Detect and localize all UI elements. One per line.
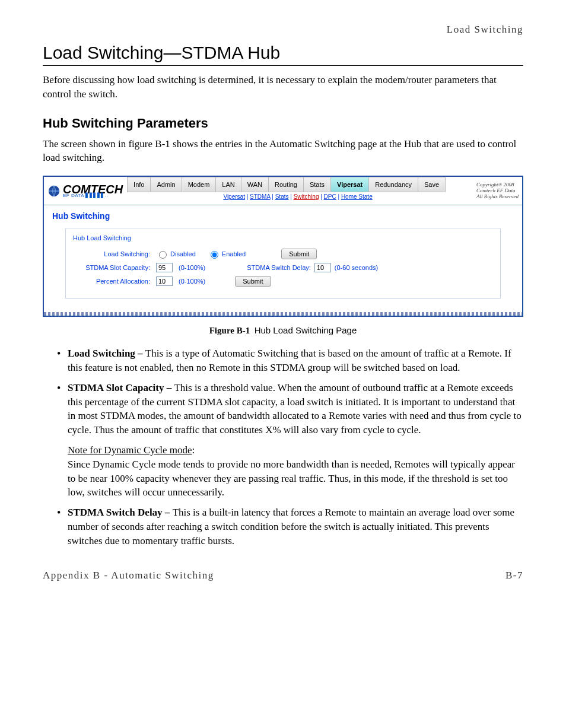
footer-right: B-7 [505, 570, 523, 581]
logo: COMTECH EF DATA ▋▋▋▋▋.. [44, 182, 128, 199]
bullet-term: Load Switching – [68, 348, 145, 359]
globe-icon [47, 185, 61, 198]
fieldset-legend: Hub Load Switching [71, 234, 133, 241]
subnav-switching[interactable]: Switching [294, 193, 319, 200]
hub-load-switching-fieldset: Hub Load Switching Load Switching: Disab… [65, 228, 501, 299]
copyright-text: Copyright® 2008 Comtech EF Data All Righ… [476, 182, 519, 200]
embedded-screenshot: COMTECH EF DATA ▋▋▋▋▋.. Info Admin Modem… [43, 176, 523, 317]
percent-allocation-range: (0-100%) [179, 278, 205, 285]
figure-ref: Figure B-1 [209, 326, 250, 335]
percent-allocation-input[interactable] [156, 276, 173, 286]
radio-disabled-label: Disabled [170, 250, 196, 257]
tab-info[interactable]: Info [127, 177, 151, 192]
submit-button-2[interactable]: Submit [235, 276, 271, 287]
torn-edge-decoration [44, 312, 522, 316]
tab-bar: Info Admin Modem LAN WAN Routing Stats V… [128, 177, 468, 192]
subnote-body: Since Dynamic Cycle mode tends to provid… [68, 459, 515, 498]
subnote-title: Note for Dynamic Cycle mode [68, 444, 192, 456]
tab-redundancy[interactable]: Redundancy [368, 177, 418, 192]
tab-admin[interactable]: Admin [150, 177, 182, 192]
switch-delay-input[interactable] [314, 263, 331, 272]
tab-wan[interactable]: WAN [241, 177, 269, 192]
figure-name: Hub Load Switching Page [255, 325, 357, 335]
tab-routing[interactable]: Routing [268, 177, 304, 192]
submit-button-1[interactable]: Submit [281, 249, 317, 259]
slot-capacity-range: (0-100%) [179, 264, 205, 271]
radio-disabled[interactable] [159, 251, 167, 259]
intro-paragraph: Before discussing how load switching is … [43, 73, 523, 101]
bullet-slot-capacity: STDMA Slot Capacity – This is a threshol… [57, 381, 523, 500]
load-switching-label: Load Switching: [73, 250, 150, 257]
figure-caption: Figure B-1 Hub Load Switching Page [43, 325, 523, 336]
bullet-term: STDMA Slot Capacity – [68, 382, 174, 393]
load-switching-disabled-radio[interactable]: Disabled [156, 249, 196, 259]
tab-vipersat[interactable]: Vipersat [330, 177, 369, 192]
percent-allocation-label: Percent Allocation: [73, 278, 150, 285]
tab-lan[interactable]: LAN [215, 177, 241, 192]
load-switching-enabled-radio[interactable]: Enabled [208, 249, 246, 259]
subnav-stats[interactable]: Stats [275, 193, 289, 200]
section-title: Hub Switching Parameters [43, 116, 523, 131]
subnote-colon: : [192, 444, 195, 456]
tab-stats[interactable]: Stats [303, 177, 331, 192]
page-title: Load Switching—STDMA Hub [43, 43, 523, 66]
tab-save[interactable]: Save [418, 177, 446, 192]
tab-modem[interactable]: Modem [182, 177, 217, 192]
running-title: Load Switching [43, 24, 523, 36]
footer-left: Appendix B - Automatic Switching [43, 570, 214, 581]
radio-enabled[interactable] [211, 251, 218, 259]
slot-capacity-input[interactable] [156, 263, 173, 272]
subnav-stdma[interactable]: STDMA [250, 193, 270, 200]
bullet-switch-delay: STDMA Switch Delay – This is a built-in … [57, 506, 523, 548]
slot-capacity-label: STDMA Slot Capacity: [73, 264, 150, 271]
bullet-list: Load Switching – This is a type of Autom… [43, 346, 523, 548]
radio-enabled-label: Enabled [222, 250, 246, 257]
subnav-home-state[interactable]: Home State [341, 193, 373, 200]
page-footer: Appendix B - Automatic Switching B-7 [43, 570, 523, 581]
bullet-load-switching: Load Switching – This is a type of Autom… [57, 346, 523, 375]
screenshot-page-title: Hub Switching [44, 205, 522, 224]
sub-nav: Vipersat | STDMA | Stats | Switching | D… [128, 192, 468, 205]
section-intro: The screen shown in figure B-1 shows the… [43, 137, 523, 166]
subnav-vipersat[interactable]: Vipersat [223, 193, 245, 200]
switch-delay-label: STDMA Switch Delay: [247, 264, 311, 271]
switch-delay-range: (0-60 seconds) [335, 264, 378, 271]
bullet-term: STDMA Switch Delay – [68, 507, 173, 518]
subnav-dpc[interactable]: DPC [324, 193, 336, 200]
